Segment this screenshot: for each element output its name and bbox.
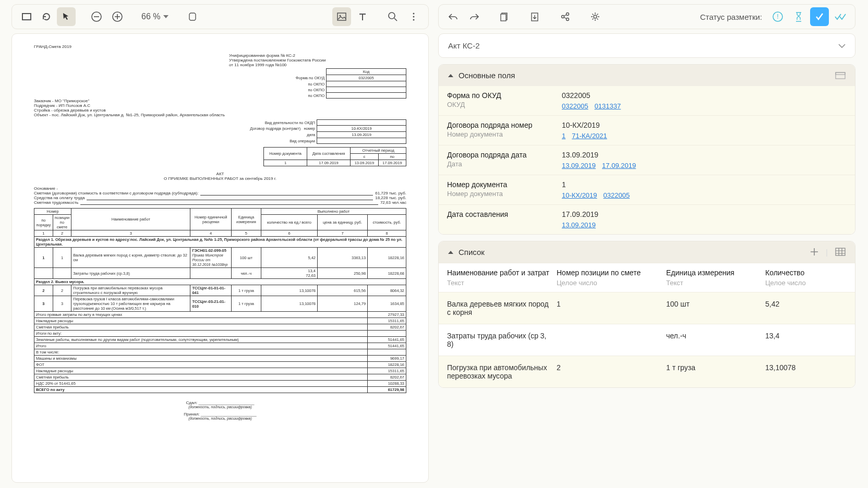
svg-point-18	[566, 18, 569, 21]
list-cell: Погрузка при автомобильных перевозках му…	[447, 363, 551, 380]
field-value: 1	[562, 180, 847, 189]
status-done-all[interactable]	[831, 7, 850, 26]
field-alt-link[interactable]: 71-КА/2021	[572, 132, 607, 140]
svg-point-7	[340, 15, 341, 17]
fit-tool[interactable]	[183, 7, 202, 26]
main-fields-section: Основные поля Форма по ОКУДОКУД032200503…	[438, 64, 855, 235]
list-row[interactable]: Валка деревьев мягких пород с корня1100 …	[439, 292, 855, 324]
field-label: Договора подряда дата	[447, 151, 545, 159]
svg-rect-6	[337, 13, 346, 20]
collapse-icon	[448, 251, 453, 254]
status-done[interactable]	[810, 7, 829, 26]
field-sublabel: Дата	[447, 160, 545, 168]
field-alt-link[interactable]: 13.09.2019	[562, 162, 596, 169]
rect-tool[interactable]	[17, 7, 36, 26]
svg-rect-24	[836, 248, 845, 255]
field-sublabel: Номер документа	[447, 190, 545, 198]
list-cell: 1	[557, 300, 661, 316]
svg-point-19	[594, 15, 597, 18]
zoom-level[interactable]: 66 %	[138, 12, 172, 21]
text-mode[interactable]	[353, 7, 372, 26]
left-toolbar: 66 %	[11, 4, 429, 29]
svg-point-17	[566, 13, 569, 16]
share-icon[interactable]	[556, 7, 574, 26]
search-icon[interactable]	[383, 7, 402, 26]
settings-icon[interactable]	[586, 7, 605, 26]
add-row-icon[interactable]	[810, 248, 818, 257]
chevron-down-icon	[838, 44, 846, 48]
svg-rect-14	[501, 14, 506, 21]
status-timer[interactable]	[789, 7, 808, 26]
list-cell: 2	[557, 363, 661, 380]
section-header-list[interactable]: Список |	[439, 241, 855, 263]
undo-icon[interactable]	[444, 7, 463, 26]
field-label: Форма по ОКУД	[447, 91, 545, 100]
doc-copy-icon[interactable]	[495, 7, 514, 26]
field-row[interactable]: Договора подряда номерНомер документа10-…	[439, 115, 855, 145]
svg-line-9	[394, 18, 397, 21]
collapse-icon	[448, 74, 453, 77]
svg-rect-22	[836, 72, 845, 79]
cursor-tool[interactable]	[57, 7, 76, 26]
field-alt-link[interactable]: 0322005	[562, 102, 588, 110]
field-value: 17.09.2019	[562, 210, 847, 218]
list-cell: 1 т груза	[666, 363, 760, 380]
document-preview: ГРАНД-Смета 2019 Унифицированная форма №…	[11, 33, 429, 483]
field-label: Номер документа	[447, 180, 545, 189]
data-panel: Акт КС-2 Основные поля Форма по ОКУДОКУД…	[438, 33, 855, 483]
svg-text:!: !	[777, 13, 778, 20]
list-cell: 100 шт	[666, 300, 760, 316]
doc-export-icon[interactable]	[525, 7, 544, 26]
list-cell: чел.-ч	[666, 332, 760, 348]
field-value: 13.09.2019	[562, 151, 847, 159]
field-row[interactable]: Форма по ОКУДОКУД032200503220050131337	[439, 86, 855, 115]
field-row[interactable]: Договора подряда датаДата13.09.201913.09…	[439, 145, 855, 175]
field-row[interactable]: Номер документаНомер документа110-КХ/201…	[439, 175, 855, 204]
zoom-out[interactable]	[87, 7, 106, 26]
field-alt-link[interactable]: 0322005	[604, 191, 630, 199]
svg-rect-23	[836, 72, 845, 75]
svg-point-8	[389, 13, 395, 19]
status-info[interactable]: !	[768, 7, 787, 26]
panel-title: Акт КС-2	[448, 41, 480, 50]
list-cell: 5,42	[765, 300, 847, 316]
layout-icon[interactable]	[835, 72, 846, 79]
list-column-headers: Наименование работ и затратТекст Номер п…	[439, 263, 855, 292]
svg-point-12	[413, 19, 415, 21]
field-value: 0322005	[562, 91, 847, 100]
svg-rect-0	[22, 14, 31, 20]
list-row[interactable]: Затраты труда рабочих (ср 3, 8)чел.-ч13,…	[439, 324, 855, 356]
list-section: Список | Наименование работ и затратТекс…	[438, 241, 855, 388]
svg-point-16	[562, 16, 564, 18]
svg-point-10	[413, 13, 415, 15]
field-row[interactable]: Дата составления17.09.201913.09.2019	[439, 204, 855, 234]
field-alt-link[interactable]: 0131337	[595, 102, 621, 110]
right-toolbar: Статус разметки: !	[438, 4, 855, 29]
status-label: Статус разметки:	[700, 13, 762, 21]
more-icon[interactable]	[404, 7, 423, 26]
panel-title-bar[interactable]: Акт КС-2	[438, 33, 855, 58]
section-header-main[interactable]: Основные поля	[439, 65, 855, 86]
doc-page: ГРАНД-Смета 2019 Унифицированная форма №…	[15, 37, 425, 428]
list-cell: Валка деревьев мягких пород с корня	[447, 300, 551, 316]
zoom-in[interactable]	[108, 7, 127, 26]
redo-icon[interactable]	[465, 7, 484, 26]
list-cell: 13,4	[765, 332, 847, 348]
image-mode[interactable]	[332, 7, 351, 26]
field-sublabel: ОКУД	[447, 101, 545, 108]
table-layout-icon[interactable]	[835, 248, 846, 257]
list-cell: 13,10078	[765, 363, 847, 380]
field-alt-link[interactable]: 10-КХ/2019	[562, 191, 597, 199]
field-value: 10-КХ/2019	[562, 121, 847, 129]
list-cell	[557, 332, 661, 348]
field-label: Дата составления	[447, 210, 545, 218]
field-label: Договора подряда номер	[447, 121, 545, 129]
field-alt-link[interactable]: 13.09.2019	[562, 221, 596, 229]
field-alt-link[interactable]: 17.09.2019	[602, 162, 636, 169]
list-row[interactable]: Погрузка при автомобильных перевозках му…	[439, 356, 855, 387]
field-alt-link[interactable]: 1	[562, 132, 565, 140]
field-sublabel: Номер документа	[447, 130, 545, 138]
svg-point-11	[413, 16, 415, 18]
list-cell: Затраты труда рабочих (ср 3, 8)	[447, 332, 551, 348]
loop-tool[interactable]	[37, 7, 56, 26]
